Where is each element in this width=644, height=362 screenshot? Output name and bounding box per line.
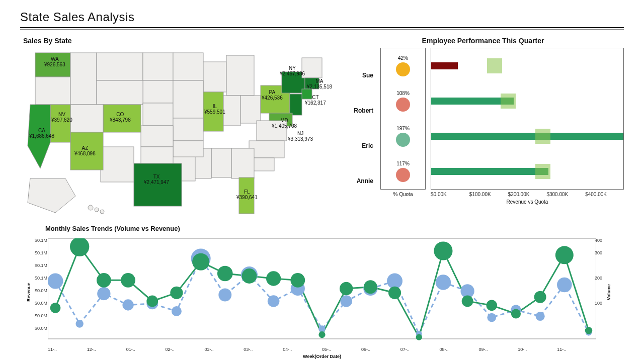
perf-name: Robert [347,93,375,128]
perf-quota-cell[interactable]: 42% [381,48,425,83]
perf-x-axis: $0.00K$100.00K $200.00K$300.00K $400.00K [431,190,624,197]
revenue-caption: Revenue vs Quota [431,199,624,205]
svg-rect-6 [203,62,226,92]
map-label-ca: CA¥1,686,648 [29,128,54,139]
perf-pct: 197% [396,126,410,131]
map-title: Sales By State [23,37,332,45]
svg-rect-11 [173,80,203,118]
svg-rect-1 [35,77,70,105]
svg-rect-45 [48,238,596,339]
employee-performance-panel: Employee Performance This Quarter Sue Ro… [342,37,624,219]
map-label-nv: NV¥397,620 [51,112,72,123]
revenue-bar [431,62,458,69]
svg-point-55 [268,295,280,307]
svg-point-67 [557,278,572,293]
svg-point-76 [217,266,233,282]
svg-rect-4 [143,53,173,80]
map-label-il: IL¥559,501 [204,104,225,115]
svg-point-72 [121,273,135,288]
svg-point-42 [88,205,93,210]
perf-pct: 42% [398,55,408,61]
svg-point-87 [486,300,497,311]
x-axis-ticks: 11-..12-.. 01-..02-.. 03-..03-.. 04-..05… [48,347,596,352]
svg-point-81 [340,282,353,295]
svg-rect-10 [143,103,173,126]
svg-rect-3 [97,53,143,80]
svg-point-86 [462,296,473,307]
svg-rect-32 [141,126,173,147]
map-label-tx: TX¥2,471,947 [144,174,169,185]
perf-bar-row[interactable] [431,48,623,83]
y-right-ticks: 400 300 200 100 [595,238,612,326]
quota-dot-icon [396,62,410,76]
perf-bar-row[interactable] [431,154,623,189]
svg-point-82 [364,280,377,294]
y-left-ticks: $0.1M$0.1M $0.1M$0.1M $0.0M$0.0M $0.0M$0… [25,238,47,339]
svg-point-73 [146,296,158,307]
svg-marker-41 [28,178,75,213]
svg-point-51 [172,306,182,316]
perf-quota-cell[interactable]: 197% [381,119,425,154]
svg-point-88 [511,309,521,318]
map-label-ny: NY¥2,467,986 [280,66,305,76]
svg-point-83 [388,287,401,299]
svg-point-90 [555,246,574,264]
map-label-fl: FL¥390,641 [236,190,258,200]
svg-point-75 [192,253,209,270]
svg-point-64 [487,313,496,322]
svg-rect-20 [290,94,302,115]
us-map[interactable]: WA¥926,563 NV¥397,620 CA¥1,686,648 AZ¥46… [20,48,332,219]
svg-point-89 [534,291,546,303]
svg-point-49 [122,299,133,310]
svg-point-79 [290,273,305,288]
perf-pct: 108% [396,90,410,96]
svg-point-58 [340,295,352,307]
map-label-ct: CT¥162,317 [305,95,326,106]
svg-point-78 [266,271,281,286]
sales-by-state-panel: Sales By State [20,37,332,219]
svg-rect-25 [231,148,254,178]
perf-quota-column: 42% 108% 197% 117% [380,48,426,205]
svg-rect-2 [70,53,97,105]
svg-point-66 [536,312,545,321]
monthly-trends-panel: Monthly Sales Trends (Volume vs Revenue)… [20,225,624,359]
svg-point-91 [585,327,592,334]
svg-rect-8 [143,80,173,103]
map-label-nj: NJ¥3,313,973 [288,131,313,142]
map-label-az: AZ¥468,098 [74,146,96,156]
quota-target-icon [535,129,550,144]
svg-point-84 [416,334,422,340]
quota-caption: % Quota [393,192,413,197]
svg-rect-37 [70,105,103,132]
perf-bar-row[interactable] [431,119,623,154]
svg-point-62 [436,275,451,290]
svg-rect-14 [240,96,261,123]
perf-pct: 117% [396,161,410,166]
quota-dot-icon [396,98,410,112]
perf-quota-cell[interactable]: 108% [381,83,425,119]
svg-point-80 [318,331,325,338]
trend-chart[interactable]: Revenue Volume $0.1M$0.1M $0.1M$0.1M $0.… [20,234,614,355]
svg-point-48 [97,287,110,300]
title-rule [20,27,624,30]
quota-target-icon [487,58,502,73]
trend-svg [48,238,596,341]
perf-quota-cell[interactable]: 117% [381,154,425,189]
perf-names-column: Sue Robert Eric Annie [347,48,375,205]
svg-point-43 [95,208,99,212]
svg-rect-13 [223,96,240,126]
perf-bar-row[interactable] [431,83,623,119]
svg-point-70 [70,238,89,256]
perf-title: Employee Performance This Quarter [342,37,624,45]
svg-rect-27 [211,148,231,177]
quota-target-icon [501,94,516,109]
svg-rect-31 [173,141,203,157]
svg-point-57 [318,325,326,332]
svg-point-71 [97,273,111,288]
svg-point-44 [100,210,104,214]
map-label-ma: MA¥2,135,518 [307,79,332,89]
perf-name: Annie [347,163,375,199]
perf-name: Sue [347,58,375,93]
page-title: State Sales Analysis [20,10,624,24]
svg-rect-9 [97,80,143,105]
